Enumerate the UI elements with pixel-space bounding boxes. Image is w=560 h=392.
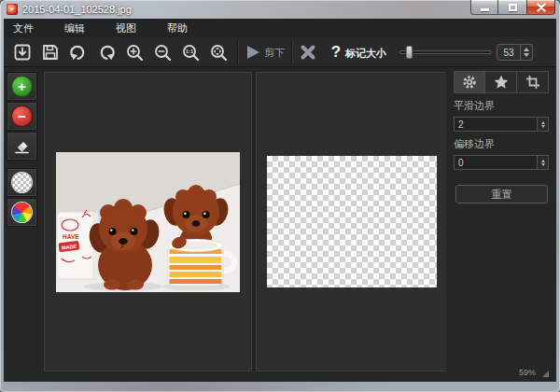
effects-tab-icon — [494, 75, 509, 90]
offset-boundary-spinbox — [454, 155, 549, 170]
zoom-in-button[interactable] — [123, 41, 146, 63]
eraser-button[interactable] — [7, 132, 37, 161]
remove-marker-icon: − — [12, 106, 32, 126]
marker-size-slider-handle[interactable] — [406, 46, 413, 59]
reset-button[interactable]: 重置 — [455, 185, 548, 203]
step-up-icon — [541, 121, 545, 124]
marker-size-slider[interactable] — [399, 50, 492, 54]
transparent-result-canvas[interactable] — [267, 156, 437, 287]
toolbar: 1:1 剪下 — [4, 37, 556, 67]
close-button[interactable] — [526, 0, 555, 15]
menu-help[interactable]: 帮助 — [167, 21, 188, 35]
open-image-button[interactable] — [11, 41, 34, 63]
redo-icon — [97, 43, 116, 62]
app-window: 2015-04-01_102528.jpg 文件 编辑 视图 帮助 — [0, 0, 560, 392]
remove-marker-button[interactable]: − — [7, 102, 37, 131]
zoom-out-button[interactable] — [151, 41, 174, 63]
offset-boundary-label: 偏移边界 — [454, 137, 549, 151]
marker-size-stepper[interactable] — [521, 44, 533, 61]
smooth-boundary-stepper[interactable] — [537, 118, 548, 131]
save-button[interactable] — [39, 41, 62, 63]
menu-bar: 文件 编辑 视图 帮助 — [4, 19, 556, 37]
window-controls — [470, 0, 555, 15]
tool-sidebar: + − — [4, 68, 40, 382]
open-image-icon — [13, 43, 32, 62]
zoom-in-icon — [125, 43, 144, 62]
zoom-out-icon — [153, 43, 172, 62]
window-title: 2015-04-01_102528.jpg — [22, 4, 132, 15]
tab-settings[interactable] — [454, 71, 485, 93]
app-icon — [7, 4, 18, 15]
settings-tab-icon — [462, 75, 477, 90]
add-marker-icon: + — [12, 77, 32, 96]
marker-size-spinbox — [497, 44, 533, 61]
save-icon — [41, 43, 60, 62]
delete-button[interactable] — [297, 41, 319, 63]
cut-button[interactable]: 剪下 — [245, 41, 289, 63]
zoom-actual-button[interactable]: 1:1 — [179, 41, 202, 63]
delete-icon — [300, 44, 316, 61]
cut-play-icon — [245, 44, 261, 61]
marker-size-input[interactable] — [497, 44, 521, 61]
menu-file[interactable]: 文件 — [13, 21, 34, 35]
step-down-icon — [541, 125, 545, 128]
settings-panel: 平滑边界 偏移边界 重置 59% — [446, 68, 556, 382]
help-button[interactable]: ? — [325, 41, 347, 63]
client-area: 文件 编辑 视图 帮助 — [4, 19, 556, 382]
step-down-icon — [524, 53, 529, 57]
toolbar-separator — [291, 41, 292, 63]
settings-tabs — [454, 71, 549, 93]
source-image-panel[interactable]: HAVE MADE — [44, 72, 252, 371]
toolbar-separator — [237, 41, 238, 63]
titlebar[interactable]: 2015-04-01_102528.jpg — [0, 0, 560, 19]
source-photo-puppies[interactable]: HAVE MADE — [56, 152, 240, 292]
zoom-actual-icon: 1:1 — [181, 43, 200, 62]
menu-edit[interactable]: 编辑 — [64, 21, 85, 35]
step-up-icon — [541, 160, 545, 162]
offset-boundary-stepper[interactable] — [537, 156, 548, 169]
tab-effects[interactable] — [485, 71, 517, 93]
smooth-boundary-input[interactable] — [455, 118, 537, 131]
redo-button[interactable] — [95, 41, 118, 63]
resize-grip[interactable] — [542, 371, 549, 377]
minimize-button[interactable] — [470, 0, 498, 15]
offset-boundary-input[interactable] — [455, 156, 537, 169]
zoom-fit-button[interactable] — [207, 41, 230, 63]
step-up-icon — [524, 48, 529, 51]
canvas-area: HAVE MADE — [40, 68, 450, 382]
maximize-button[interactable] — [498, 0, 526, 15]
smooth-boundary-label: 平滑边界 — [454, 99, 549, 113]
help-icon: ? — [331, 43, 341, 62]
color-bg-icon — [12, 203, 32, 222]
crop-tab-icon — [525, 75, 540, 90]
cut-button-label: 剪下 — [264, 46, 285, 60]
eraser-icon — [13, 137, 31, 155]
transparent-bg-icon — [12, 173, 32, 192]
zoom-level-status: 59% — [519, 368, 536, 377]
undo-button[interactable] — [67, 41, 90, 63]
color-bg-button[interactable] — [7, 198, 37, 227]
svg-text:HAVE: HAVE — [63, 233, 79, 240]
zoom-fit-icon — [209, 43, 228, 62]
maximize-icon — [509, 4, 517, 11]
transparent-bg-button[interactable] — [7, 168, 37, 197]
menu-view[interactable]: 视图 — [116, 21, 136, 35]
result-image-panel[interactable] — [256, 72, 447, 371]
tab-crop[interactable] — [517, 71, 549, 93]
add-marker-button[interactable]: + — [7, 72, 37, 101]
step-down-icon — [541, 163, 545, 166]
undo-icon — [69, 43, 88, 62]
marker-size-label: 标记大小 — [345, 47, 386, 61]
close-icon — [537, 3, 546, 12]
svg-text:1:1: 1:1 — [186, 49, 194, 54]
workspace: + − — [4, 68, 556, 382]
smooth-boundary-spinbox — [454, 117, 549, 132]
minimize-icon — [481, 8, 489, 11]
